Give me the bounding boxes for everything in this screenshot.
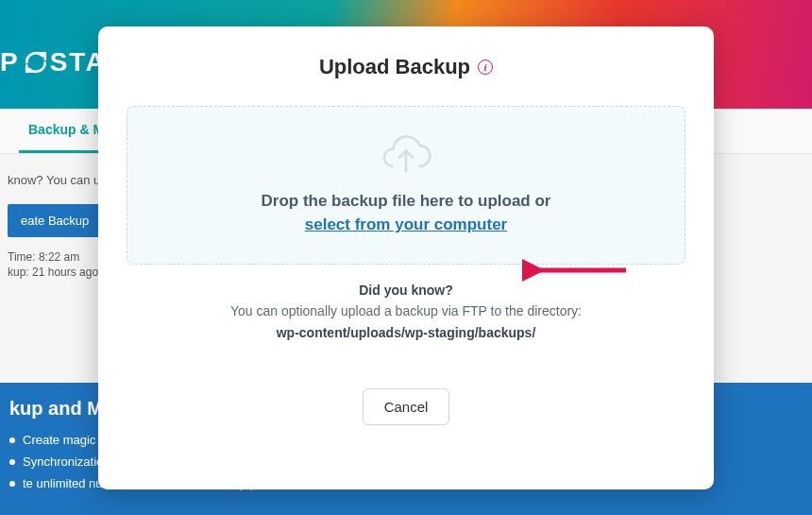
create-backup-button[interactable]: eate Backup [8, 204, 102, 237]
drop-text: Drop the backup file here to upload or s… [262, 189, 551, 237]
backup-label: kup: [8, 266, 29, 279]
time-value: 8:22 am [39, 250, 79, 264]
cloud-upload-icon [379, 134, 433, 178]
logo-letter-p: P [0, 47, 20, 77]
info-icon[interactable]: i [478, 60, 493, 75]
refresh-icon [24, 50, 48, 75]
drop-text-prefix: Drop the backup file here to upload or [262, 192, 551, 210]
modal-title-row: Upload Backup i [319, 55, 493, 79]
hint-path: wp-content/uploads/wp-staging/backups/ [230, 322, 582, 343]
hint-question: Did you know? [230, 280, 582, 300]
backup-value: 21 hours ago ( [32, 266, 105, 279]
time-label: Time: [8, 250, 36, 264]
upload-backup-modal: Upload Backup i Drop the backup file her… [98, 26, 714, 489]
cancel-button[interactable]: Cancel [363, 388, 450, 425]
hint-block: Did you know? You can optionally upload … [230, 280, 582, 343]
hint-line: You can optionally upload a backup via F… [230, 300, 582, 321]
select-from-computer-link[interactable]: select from your computer [305, 215, 507, 233]
app-logo: P STA [0, 47, 107, 77]
modal-title: Upload Backup [319, 55, 470, 79]
upload-dropzone[interactable]: Drop the backup file here to upload or s… [127, 106, 685, 265]
